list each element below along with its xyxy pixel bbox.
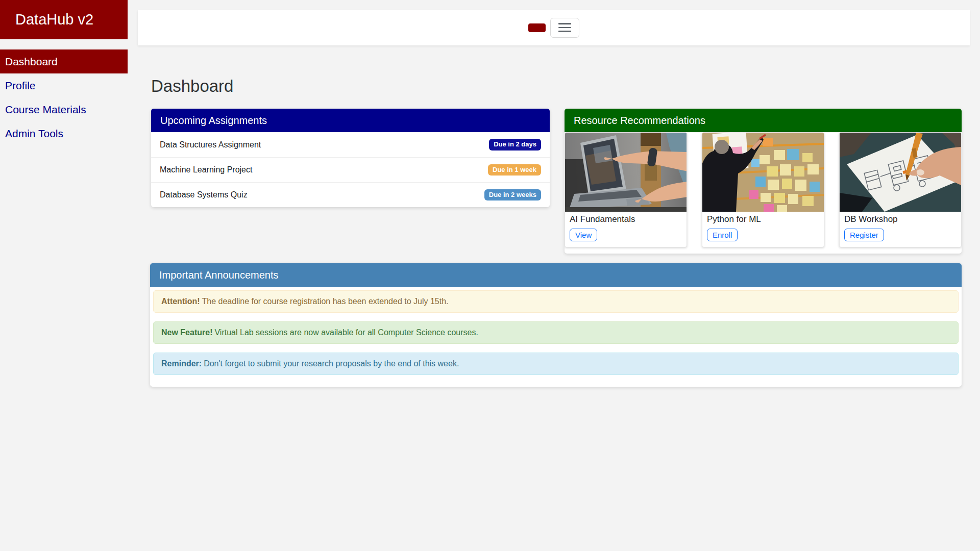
announcements-body: Attention!The deadline for course regist… xyxy=(150,287,962,387)
resource-card-db-workshop: DB Workshop Register xyxy=(839,132,962,247)
alert-text: Don't forget to submit your research pro… xyxy=(204,359,459,368)
alert-text: The deadline for course registration has… xyxy=(202,297,449,306)
due-badge: Due in 2 days xyxy=(489,139,541,150)
sidebar-nav: Dashboard Profile Course Materials Admin… xyxy=(0,49,128,145)
announcement-alert-info: Reminder:Don't forget to submit your res… xyxy=(153,353,959,375)
important-announcements-card: Important Announcements Attention!The de… xyxy=(150,263,962,387)
assignment-name: Data Structures Assignment xyxy=(160,140,261,149)
resources-row: AI Fundamentals View xyxy=(565,132,962,254)
resource-card-python-for-ml: Python for ML Enroll xyxy=(702,132,824,247)
laptop-pointing-photo xyxy=(565,133,687,212)
app-brand: DataHub v2 xyxy=(15,11,93,28)
sidebar-brand-header: DataHub v2 xyxy=(0,0,128,39)
assignments-card-header: Upcoming Assignments xyxy=(151,109,550,132)
sidebar-item-label: Profile xyxy=(5,80,36,92)
sidebar-item-dashboard[interactable]: Dashboard xyxy=(0,49,128,73)
due-badge: Due in 2 weeks xyxy=(484,189,541,201)
resource-recommendations-card: Resource Recommendations xyxy=(565,109,962,254)
sidebar-item-label: Admin Tools xyxy=(5,128,63,140)
sidebar-item-admin-tools[interactable]: Admin Tools xyxy=(0,121,128,145)
page-title: Dashboard xyxy=(151,77,233,96)
assignment-name: Database Systems Quiz xyxy=(160,190,248,199)
alert-lead: New Feature! xyxy=(161,328,212,337)
resource-enroll-button[interactable]: Enroll xyxy=(707,229,738,241)
resource-view-button[interactable]: View xyxy=(570,229,597,241)
hamburger-icon xyxy=(558,23,571,24)
resource-title: AI Fundamentals xyxy=(570,214,682,224)
assignment-name: Machine Learning Project xyxy=(160,165,252,174)
sticky-notes-board-photo xyxy=(702,133,824,212)
upcoming-assignments-card: Upcoming Assignments Data Structures Ass… xyxy=(151,109,550,207)
navbar-toggler-button[interactable] xyxy=(550,18,579,38)
announcements-card-header: Important Announcements xyxy=(150,263,962,287)
assignments-list: Data Structures Assignment Due in 2 days… xyxy=(151,132,550,207)
wireframe-sketch-photo xyxy=(840,133,962,212)
assignments-card-title: Upcoming Assignments xyxy=(160,115,267,127)
resources-card-title: Resource Recommendations xyxy=(574,115,705,127)
resource-title: Python for ML xyxy=(707,214,819,224)
sidebar-item-course-materials[interactable]: Course Materials xyxy=(0,97,128,121)
top-navbar xyxy=(138,10,970,45)
alert-text: Virtual Lab sessions are now available f… xyxy=(214,328,478,337)
assignment-row: Database Systems Quiz Due in 2 weeks xyxy=(151,182,550,207)
alert-lead: Attention! xyxy=(161,297,200,306)
sidebar-item-label: Dashboard xyxy=(5,56,58,68)
navbar-brand-badge[interactable] xyxy=(528,23,546,32)
sidebar-item-label: Course Materials xyxy=(5,104,86,116)
resource-card-ai-fundamentals: AI Fundamentals View xyxy=(565,132,687,247)
resources-card-header: Resource Recommendations xyxy=(565,109,962,132)
resource-title: DB Workshop xyxy=(844,214,957,224)
sidebar-item-profile[interactable]: Profile xyxy=(0,73,128,97)
alert-lead: Reminder: xyxy=(161,359,202,368)
resource-register-button[interactable]: Register xyxy=(844,229,884,241)
assignment-row: Machine Learning Project Due in 1 week xyxy=(151,157,550,182)
assignment-row: Data Structures Assignment Due in 2 days xyxy=(151,132,550,157)
due-badge: Due in 1 week xyxy=(488,164,541,176)
announcement-alert-warning: Attention!The deadline for course regist… xyxy=(153,290,959,313)
announcements-card-title: Important Announcements xyxy=(159,269,278,281)
announcement-alert-success: New Feature!Virtual Lab sessions are now… xyxy=(153,321,959,344)
